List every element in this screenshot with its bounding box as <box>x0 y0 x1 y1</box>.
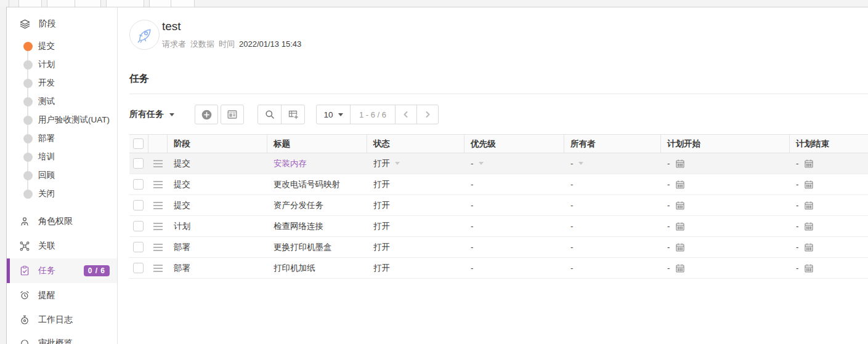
sidebar-stage-item[interactable]: 计划 <box>7 55 117 74</box>
cell-end: - <box>790 159 868 169</box>
sidebar-stage-item[interactable]: 回顾 <box>7 166 117 185</box>
stage-dot-icon <box>23 190 33 199</box>
cell-owner[interactable]: - <box>564 242 661 252</box>
cell-owner[interactable]: - <box>564 263 661 273</box>
cell-priority[interactable]: - <box>464 159 564 168</box>
calendar-icon[interactable] <box>675 222 685 231</box>
chrome-button-stub[interactable] <box>149 0 172 7</box>
sidebar-stage-item[interactable]: 用户验收测试(UAT) <box>7 111 117 129</box>
task-title-link[interactable]: 打印机加纸 <box>274 263 315 274</box>
calendar-icon[interactable] <box>804 180 814 190</box>
chrome-button-stub[interactable] <box>171 0 195 7</box>
drag-handle-icon[interactable] <box>152 201 164 210</box>
cell-start: - <box>661 180 790 190</box>
cell-priority[interactable]: - <box>464 222 564 231</box>
cell-owner[interactable]: - <box>564 201 661 210</box>
prev-page-button[interactable] <box>395 105 416 124</box>
sidebar-item-tasks[interactable]: 任务 0 / 6 <box>7 258 117 283</box>
calendar-icon[interactable] <box>675 263 685 273</box>
calendar-icon[interactable] <box>675 159 685 169</box>
cell-priority[interactable]: - <box>464 180 564 189</box>
row-checkbox[interactable] <box>133 221 144 231</box>
sidebar-item-roles[interactable]: 角色权限 <box>7 209 117 234</box>
cell-status[interactable]: 打开 <box>367 242 464 253</box>
sidebar-item-worklog[interactable]: 工作日志 <box>7 308 117 332</box>
cell-priority[interactable]: - <box>464 263 564 273</box>
calendar-icon[interactable] <box>804 201 814 210</box>
action-buttons <box>195 105 244 124</box>
calendar-icon[interactable] <box>675 242 685 252</box>
sidebar-stage-item[interactable]: 部署 <box>7 129 117 148</box>
cell-status[interactable]: 打开 <box>367 179 464 190</box>
cell-status[interactable]: 打开 <box>367 200 464 211</box>
cell-owner[interactable]: - <box>564 180 661 189</box>
cell-owner[interactable]: - <box>564 159 661 168</box>
chevron-right-icon <box>423 110 432 119</box>
task-title-link[interactable]: 安装内存 <box>274 158 307 169</box>
calendar-icon[interactable] <box>804 222 814 231</box>
sidebar-stage-item[interactable]: 提交 <box>7 37 117 55</box>
cell-status[interactable]: 打开 <box>367 221 464 232</box>
cell-priority[interactable]: - <box>464 242 564 252</box>
add-column-button[interactable] <box>281 105 304 124</box>
chevron-left-icon <box>401 110 411 119</box>
cell-owner[interactable]: - <box>564 222 661 231</box>
row-checkbox[interactable] <box>133 158 144 169</box>
row-checkbox[interactable] <box>133 179 144 190</box>
sidebar-item-relations[interactable]: 关联 <box>7 234 117 258</box>
chrome-button-stub[interactable] <box>18 0 42 7</box>
drag-handle-icon[interactable] <box>152 159 164 169</box>
cell-status[interactable]: 打开 <box>367 158 464 169</box>
drag-handle-icon[interactable] <box>152 180 164 190</box>
drag-handle-icon[interactable] <box>152 222 164 231</box>
chrome-button-stub[interactable] <box>106 0 144 7</box>
table-row[interactable]: 提交 安装内存 打开 - - - - <box>129 153 868 174</box>
filter-label: 所有任务 <box>129 109 164 120</box>
drag-handle-icon[interactable] <box>152 263 164 273</box>
board-view-button[interactable] <box>221 105 244 124</box>
select-all-checkbox[interactable] <box>133 138 144 149</box>
calendar-icon[interactable] <box>675 201 685 210</box>
row-checkbox[interactable] <box>133 200 144 210</box>
calendar-icon[interactable] <box>804 159 814 169</box>
page-size-select[interactable]: 10 <box>317 105 350 124</box>
task-filter-dropdown[interactable]: 所有任务 <box>129 105 174 124</box>
add-task-button[interactable] <box>195 105 218 124</box>
chrome-button-stub[interactable] <box>47 0 76 7</box>
stage-dot-icon <box>23 60 33 70</box>
task-title-link[interactable]: 更改电话号码映射 <box>274 179 340 190</box>
search-button[interactable] <box>258 105 281 124</box>
cell-status[interactable]: 打开 <box>367 263 464 274</box>
calendar-icon[interactable] <box>804 242 814 252</box>
table-row[interactable]: 提交 更改电话号码映射 打开 - - - - <box>129 174 868 195</box>
chrome-button-stub[interactable] <box>75 0 101 7</box>
sidebar-stage-item[interactable]: 关闭 <box>7 185 117 203</box>
table-row[interactable]: 提交 资产分发任务 打开 - - - - <box>129 195 868 216</box>
drag-handle-icon[interactable] <box>152 242 164 252</box>
cell-end: - <box>790 263 868 273</box>
table-row[interactable]: 部署 打印机加纸 打开 - - - - <box>129 258 868 279</box>
table-header: 阶段 标题 状态 优先级 所有者 计划开始 计划结束 <box>129 134 868 153</box>
row-checkbox[interactable] <box>133 263 144 273</box>
sidebar-item-approvals[interactable]: 审批概览 <box>7 331 117 344</box>
cell-phase: 提交 <box>168 158 267 169</box>
calendar-icon[interactable] <box>675 180 685 190</box>
calendar-icon[interactable] <box>804 263 814 273</box>
next-page-button[interactable] <box>416 105 438 124</box>
table-row[interactable]: 计划 检查网络连接 打开 - - - - <box>129 216 868 237</box>
sidebar-stage-item[interactable]: 测试 <box>7 92 117 111</box>
chevron-down-icon <box>578 162 583 165</box>
plus-circle-icon <box>201 109 213 121</box>
task-title-link[interactable]: 资产分发任务 <box>274 200 323 211</box>
sidebar-stage-item[interactable]: 开发 <box>7 74 117 92</box>
task-toolbar: 所有任务 <box>129 105 868 124</box>
task-title-link[interactable]: 检查网络连接 <box>274 221 323 232</box>
cell-priority[interactable]: - <box>464 201 564 210</box>
task-title-link[interactable]: 更换打印机墨盒 <box>274 242 332 253</box>
cell-phase: 部署 <box>168 242 267 253</box>
sidebar-item-reminders[interactable]: 提醒 <box>7 283 117 308</box>
stage-dot-icon <box>23 134 33 143</box>
row-checkbox[interactable] <box>133 242 144 252</box>
table-row[interactable]: 部署 更换打印机墨盒 打开 - - - - <box>129 237 868 258</box>
sidebar-stage-item[interactable]: 培训 <box>7 148 117 166</box>
